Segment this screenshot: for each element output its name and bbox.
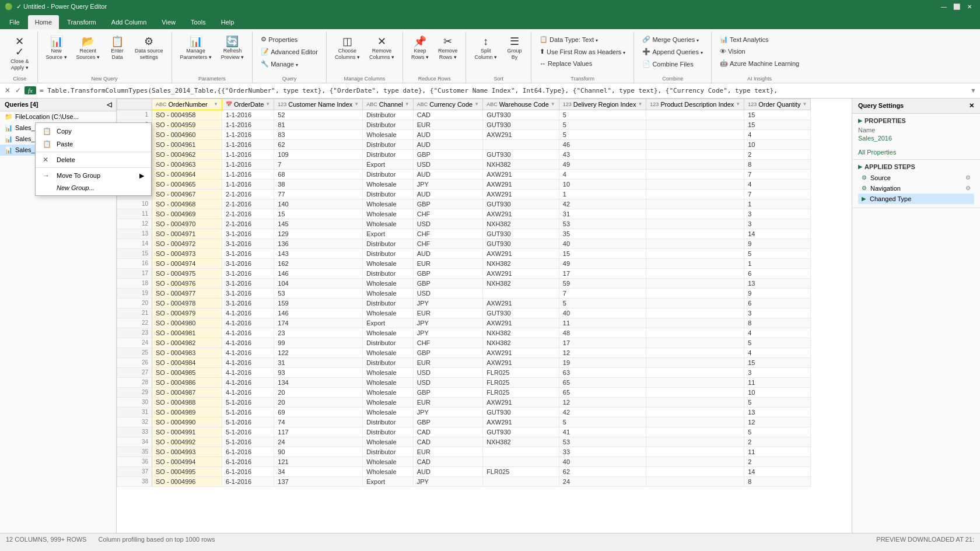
- data-source-settings-button[interactable]: ⚙ Data sourcesettings: [131, 34, 167, 63]
- cell-channel: Distributor: [363, 169, 413, 179]
- row-number: 31: [117, 407, 152, 417]
- title-bar-controls[interactable]: — ⬜ ✕: [938, 2, 975, 10]
- maximize-button[interactable]: ⬜: [951, 2, 963, 10]
- azure-ml-button[interactable]: 🤖 Azure Machine Learning: [716, 58, 803, 69]
- close-right-panel-icon[interactable]: ✕: [969, 102, 974, 110]
- cell-product: [646, 229, 744, 238]
- replace-values-button[interactable]: ↔ Replace Values: [536, 58, 596, 69]
- cell-delivery: 49: [559, 258, 646, 268]
- query-name-value[interactable]: Sales_2016: [858, 135, 974, 142]
- tab-add-column[interactable]: Add Column: [104, 15, 154, 29]
- cell-customer: 159: [274, 298, 363, 308]
- col-header-delivery[interactable]: 123 Delivery Region Index ▼: [559, 99, 646, 110]
- cell-warehouse: AXW291: [483, 129, 559, 139]
- group-by-button[interactable]: ☰ GroupBy: [503, 34, 526, 63]
- tab-tools[interactable]: Tools: [184, 15, 213, 29]
- tab-help[interactable]: Help: [214, 15, 242, 29]
- cell-channel: Wholesale: [363, 209, 413, 219]
- row-number: 14: [117, 238, 152, 248]
- step-source-gear[interactable]: ⚙: [965, 174, 971, 181]
- append-queries-button[interactable]: ➕ Append Queries ▾: [639, 46, 706, 57]
- ribbon-group-close-label: Close: [13, 75, 26, 82]
- col-header-ordernum[interactable]: ABC OrderNumber ▼: [152, 99, 222, 110]
- queries-collapse-icon[interactable]: ◁: [107, 101, 111, 108]
- manage-parameters-button[interactable]: 📊 ManageParameters ▾: [177, 34, 215, 63]
- merge-queries-button[interactable]: 🔗 Merge Queries ▾: [639, 34, 702, 45]
- context-new-group[interactable]: New Group...: [36, 182, 151, 194]
- data-grid[interactable]: ABC OrderNumber ▼ 📅 OrderDate ▼: [117, 99, 852, 533]
- cell-channel: Wholesale: [363, 328, 413, 338]
- remove-columns-button[interactable]: ✕ RemoveColumns ▾: [366, 34, 398, 63]
- cell-orderdate: 2-1-2016: [222, 219, 274, 229]
- keep-rows-button[interactable]: 📌 KeepRows ▾: [408, 34, 432, 63]
- tab-transform[interactable]: Transform: [60, 15, 103, 29]
- table-row: 15SO - 00049733-1-2016143DistributorAUDA…: [117, 248, 811, 258]
- remove-rows-button[interactable]: ✂ RemoveRows ▾: [435, 34, 461, 63]
- col-header-customer[interactable]: 123 Customer Name Index ▼: [274, 99, 363, 110]
- table-row: 3SO - 00049601-1-201683WholesaleAUDAXW29…: [117, 129, 811, 139]
- step-navigation[interactable]: ⚙ Navigation ⚙: [858, 183, 974, 194]
- formula-expand-icon[interactable]: ▼: [970, 87, 977, 94]
- col-header-orderdate[interactable]: 📅 OrderDate ▼: [222, 99, 274, 110]
- cell-channel: Wholesale: [363, 288, 413, 298]
- formula-check-icon[interactable]: ✓: [14, 85, 22, 96]
- cell-quantity: 3: [744, 219, 811, 229]
- table-row: 38SO - 00049966-1-2016137ExportJPY248: [117, 476, 811, 486]
- queries-header: Queries [4] ◁: [0, 99, 116, 111]
- step-changed-type[interactable]: ▶ Changed Type: [858, 194, 974, 204]
- enter-data-button[interactable]: 📋 EnterData: [106, 34, 129, 63]
- split-column-button[interactable]: ↕ SplitColumn ▾: [471, 34, 501, 63]
- cell-warehouse: GUT930: [483, 308, 559, 318]
- refresh-preview-button[interactable]: 🔄 RefreshPreview ▾: [218, 34, 248, 63]
- cell-quantity: 1: [744, 258, 811, 268]
- step-navigation-gear[interactable]: ⚙: [965, 185, 971, 191]
- context-paste[interactable]: 📋 Paste: [36, 138, 151, 150]
- use-first-row-button[interactable]: ⬆ Use First Row as Headers ▾: [536, 46, 629, 57]
- cell-delivery: 17: [559, 338, 646, 348]
- new-source-button[interactable]: 📊 NewSource ▾: [43, 34, 71, 63]
- query-item-filelocation[interactable]: 📁 FileLocation (C:\Use...: [0, 111, 116, 122]
- cell-delivery: 17: [559, 268, 646, 278]
- data-type-button[interactable]: 📋 Data Type: Text ▾: [536, 34, 601, 45]
- col-header-currency[interactable]: ABC Currency Code ▼: [413, 99, 482, 110]
- paste-icon: 📋: [43, 140, 52, 148]
- properties-button[interactable]: ⚙ Properties: [257, 34, 301, 45]
- text-analytics-button[interactable]: 📊 Text Analytics: [716, 34, 772, 45]
- recent-sources-button[interactable]: 📂 RecentSources ▾: [73, 34, 104, 63]
- cell-product: [646, 357, 744, 367]
- context-move-to-group[interactable]: → Move To Group ▶: [36, 169, 151, 182]
- cell-warehouse: [483, 476, 559, 486]
- cell-warehouse: AXW291: [483, 248, 559, 258]
- tab-file[interactable]: File: [2, 15, 27, 29]
- col-header-product[interactable]: 123 Product Description Index ▼: [646, 99, 744, 110]
- cell-customer: 74: [274, 417, 363, 427]
- cell-quantity: 6: [744, 298, 811, 308]
- close-button[interactable]: ✕: [964, 2, 975, 10]
- all-properties-link[interactable]: All Properties: [858, 149, 974, 156]
- combine-files-button[interactable]: 📄 Combine Files: [639, 58, 696, 69]
- cell-quantity: 4: [744, 179, 811, 189]
- col-header-channel[interactable]: ABC Channel ▼: [363, 99, 413, 110]
- cell-warehouse: NXH382: [483, 278, 559, 288]
- cell-ordernumber: SO - 0004986: [152, 377, 222, 387]
- formula-x-icon[interactable]: ✕: [4, 85, 12, 96]
- advanced-editor-button[interactable]: 📝 Advanced Editor: [257, 46, 321, 57]
- queries-title: Queries [4]: [5, 101, 38, 108]
- close-apply-button[interactable]: ✕✓ Close &Apply ▾: [7, 34, 33, 73]
- choose-columns-button[interactable]: ◫ ChooseColumns ▾: [331, 34, 363, 63]
- minimize-button[interactable]: —: [938, 2, 950, 10]
- tab-view[interactable]: View: [155, 15, 183, 29]
- table-row: 6SO - 00049631-1-20167ExportUSDNXH382498: [117, 159, 811, 169]
- vision-icon: 👁: [720, 48, 726, 55]
- cell-ordernumber: SO - 0004975: [152, 268, 222, 278]
- col-header-warehouse[interactable]: ABC Warehouse Code ▼: [483, 99, 559, 110]
- vision-button[interactable]: 👁 Vision: [716, 46, 749, 57]
- tab-home[interactable]: Home: [28, 15, 59, 29]
- cell-orderdate: 3-1-2016: [222, 298, 274, 308]
- step-source[interactable]: ⚙ Source ⚙: [858, 173, 974, 183]
- col-header-quantity[interactable]: 123 Order Quantity ▼: [744, 99, 811, 110]
- context-delete[interactable]: ✕ Delete: [36, 153, 151, 166]
- cell-currency: AUD: [413, 466, 482, 476]
- manage-button[interactable]: 🔧 Manage ▾: [257, 58, 302, 69]
- context-copy[interactable]: 📋 Copy: [36, 125, 151, 138]
